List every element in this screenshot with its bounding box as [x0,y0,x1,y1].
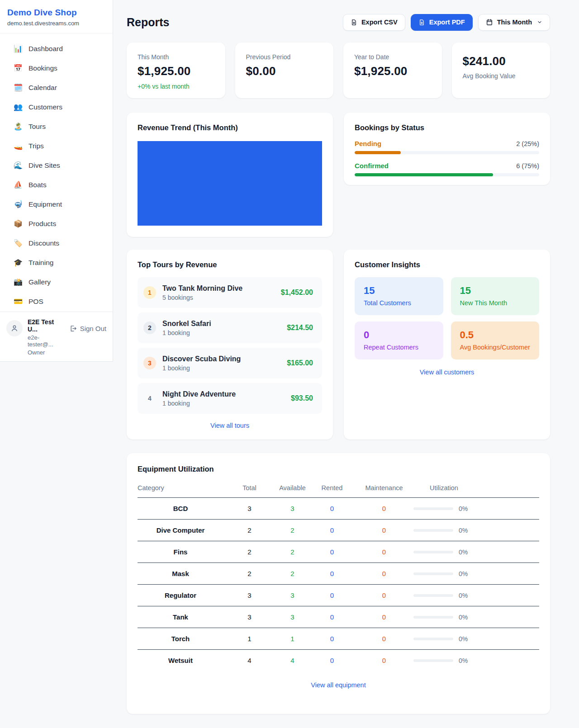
tile-avg-bookings-customer: 0.5 Avg Bookings/Customer [451,321,540,359]
cell-total: 4 [223,650,275,671]
sidebar-item-discounts[interactable]: 🏷️ Discounts [4,233,109,253]
export-csv-button[interactable]: Export CSV [343,14,405,31]
tour-bookings: 1 booking [162,364,241,372]
status-label-pending: Pending [355,140,381,147]
sidebar-item-pos[interactable]: 💳 POS [4,292,109,311]
utilization-percent: 0% [459,548,468,556]
sidebar-nav: 📊 Dashboard 📅 Bookings 🗓️ Calendar 👥 Cus… [0,33,113,322]
cell-rented: 0 [309,650,355,671]
tour-bookings: 1 booking [162,329,211,336]
cell-rented: 0 [309,541,355,563]
table-row: Regulator 3 3 0 0 0% [138,585,539,606]
tile-value: 15 [364,285,434,297]
view-all-equipment-link[interactable]: View all equipment [138,681,539,689]
col-category: Category [138,481,223,498]
sidebar-item-tours[interactable]: 🏝️ Tours [4,117,109,136]
tile-label: Repeat Customers [364,344,434,351]
equipment-table: Category Total Available Rented Maintena… [138,481,539,671]
col-maintenance: Maintenance [355,481,413,498]
sidebar-item-training[interactable]: 🎓 Training [4,253,109,272]
sidebar-item-label: Boats [28,181,47,189]
user-info: E2E Test U... e2e-tester@... Owner [28,317,64,356]
customer-insights-card: Customer Insights 15 Total Customers 15 … [344,250,550,440]
view-all-customers-link[interactable]: View all customers [355,369,539,376]
stat-card-avg-booking-value: $241.00 Avg Booking Value [452,43,551,98]
table-row: Wetsuit 4 4 0 0 0% [138,650,539,671]
tour-revenue: $1,452.00 [281,288,313,297]
tile-label: Total Customers [364,299,434,307]
col-rented: Rented [309,481,355,498]
sidebar-item-trips[interactable]: 🚤 Trips [4,136,109,156]
cell-utilization: 0% [413,498,539,520]
utilization-bar [413,507,453,510]
cell-category: Mask [138,563,223,585]
stat-label: This Month [138,53,214,61]
tour-revenue: $165.00 [287,359,313,367]
top-tours-title: Top Tours by Revenue [138,260,322,269]
camera-icon: 📸 [14,278,23,286]
sidebar-item-label: Equipment [28,200,62,208]
sidebar-item-bookings[interactable]: 📅 Bookings [4,58,109,78]
cell-rented: 0 [309,606,355,628]
bookings-by-status-card: Bookings by Status Pending 2 (25%) Confi… [344,113,550,185]
sign-out-label: Sign Out [80,325,106,332]
stat-delta: +0% vs last month [138,83,214,90]
sidebar-item-label: Dive Sites [28,161,60,170]
header-actions: Export CSV Export PDF This Month [343,14,550,31]
table-row: BCD 3 3 0 0 0% [138,498,539,520]
tour-row: 2 Snorkel Safari 1 booking $214.50 [138,312,322,343]
tile-value: 15 [460,285,531,297]
shop-domain: demo.test.divestreams.com [7,20,105,27]
sidebar-item-products[interactable]: 📦 Products [4,214,109,233]
utilization-percent: 0% [459,635,468,643]
cell-utilization: 0% [413,563,539,585]
tour-bookings: 5 bookings [162,294,242,301]
sidebar-item-customers[interactable]: 👥 Customers [4,97,109,117]
sidebar-item-gallery[interactable]: 📸 Gallery [4,272,109,292]
period-dropdown[interactable]: This Month [478,14,550,31]
export-pdf-label: Export PDF [429,19,465,26]
tile-value: 0.5 [460,329,531,341]
sidebar-item-equipment[interactable]: 🤿 Equipment [4,194,109,214]
cell-available: 2 [275,563,309,585]
cell-available: 2 [275,520,309,541]
utilization-bar [413,638,453,640]
sidebar-item-calendar[interactable]: 🗓️ Calendar [4,78,109,97]
cell-maintenance: 0 [355,563,413,585]
tour-row: 3 Discover Scuba Diving 1 booking $165.0… [138,348,322,378]
export-csv-label: Export CSV [361,19,398,26]
insights-grid: 15 Total Customers 15 New This Month 0 R… [355,277,539,359]
sign-out-button[interactable]: Sign Out [69,325,106,332]
user-icon [10,324,19,332]
user-role: Owner [28,349,64,356]
cell-category: Torch [138,628,223,650]
revenue-trend-chart [138,141,322,226]
sidebar-item-label: Discounts [28,239,59,247]
cell-utilization: 0% [413,541,539,563]
status-count-pending: 2 (25%) [516,140,539,147]
calendar-icon: 🗓️ [14,83,23,92]
utilization-percent: 0% [459,570,468,577]
export-pdf-button[interactable]: Export PDF [411,14,473,31]
user-name: E2E Test U... [28,318,64,333]
utilization-bar [413,594,453,597]
file-download-icon [351,19,357,26]
sidebar-item-dashboard[interactable]: 📊 Dashboard [4,39,109,58]
top-tours-card: Top Tours by Revenue 1 Two Tank Morning … [127,250,333,440]
cell-utilization: 0% [413,606,539,628]
stat-label: Avg Booking Value [463,72,540,80]
sidebar-item-boats[interactable]: ⛵ Boats [4,175,109,194]
cell-maintenance: 0 [355,585,413,606]
table-row: Tank 3 3 0 0 0% [138,606,539,628]
island-icon: 🏝️ [14,122,23,131]
tile-repeat-customers: 0 Repeat Customers [355,321,443,359]
stats-row: This Month $1,925.00 +0% vs last month P… [127,43,550,98]
utilization-percent: 0% [459,657,468,664]
sidebar-item-label: POS [28,298,43,306]
sidebar-item-dive-sites[interactable]: 🌊 Dive Sites [4,156,109,175]
cell-total: 3 [223,498,275,520]
calendar-outline-icon [486,19,493,26]
tag-icon: 🏷️ [14,239,23,247]
cell-maintenance: 0 [355,520,413,541]
view-all-tours-link[interactable]: View all tours [138,422,322,429]
